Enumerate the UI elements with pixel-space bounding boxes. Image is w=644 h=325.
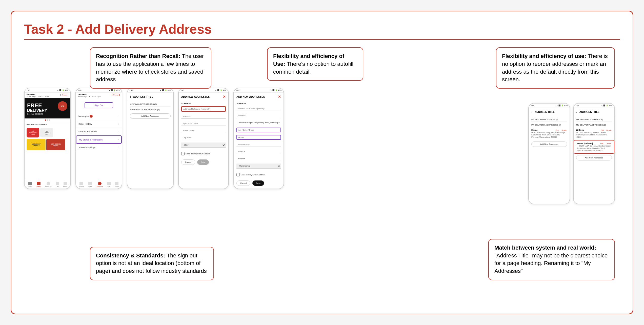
nav2-home[interactable]: Home — [79, 182, 84, 188]
home-default-address-text: H-201 MHADA Colony, Ambedkar Nagar, Kanj… — [577, 145, 611, 152]
phone2-bottom-nav: Home Menu Account Cart — [76, 180, 122, 189]
close-icon-2[interactable]: ✕ — [278, 95, 281, 99]
address-field[interactable] — [181, 114, 226, 119]
specials-item-1: WEDNESDAYSPECIALS — [27, 139, 46, 150]
account-icon-2 — [98, 182, 102, 185]
phone-1-home: 1:48 ▲ ⬛ 🔋 46% DELIVERY Viman Nagar... •… — [24, 88, 71, 189]
back-arrow-icon-3[interactable]: ‹ — [531, 110, 533, 114]
state-select-2[interactable]: Maharashtra — [236, 164, 281, 169]
edit-link[interactable]: Edit — [556, 129, 559, 131]
sign-out-button[interactable]: Sign Out — [85, 102, 113, 108]
nav2-menu[interactable]: Menu — [88, 182, 92, 188]
nav-account[interactable]: Account — [45, 182, 51, 188]
phone4-form-btns: Cancel Save — [179, 157, 228, 167]
phone5-form-btns: Cancel Save — [234, 178, 284, 188]
bubble-bottom-left-bold: Consistency & Standards: — [96, 252, 165, 259]
specials-item-2: NEW CHICKENROLLS — [46, 139, 65, 150]
phone2-delivery-header: DELIVERY Viman Nagar... • 1:45 - 2:15pm … — [76, 93, 122, 98]
menu-account-settings-label: Account Settings — [78, 146, 96, 149]
phone5-default-checkbox-row: Make this my default address — [234, 172, 284, 177]
chevron-right-icon-3: › — [118, 130, 119, 133]
edit-link-college[interactable]: Edit — [600, 129, 604, 131]
cart-icon-2 — [107, 182, 111, 185]
phone7-address-home-default: Home (Default) Edit Delete H-201 MHADA C… — [574, 140, 614, 154]
cancel-button[interactable]: Cancel — [181, 159, 195, 165]
city-field-2[interactable] — [236, 156, 281, 161]
address-name-college: College — [576, 129, 585, 131]
content-area: Recognition Rather than Recall: The user… — [24, 47, 620, 288]
home-icon-2 — [79, 182, 83, 185]
address-name-home-default: Home (Default) — [577, 142, 593, 145]
phone2-time: 1:48 — [78, 89, 82, 91]
save-button-2[interactable]: Save — [252, 180, 264, 186]
delete-link-college[interactable]: Delete — [606, 129, 612, 131]
phone1-change-btn[interactable]: Change — [61, 94, 68, 96]
close-icon[interactable]: ✕ — [223, 95, 226, 99]
phone3-title-header: ‹ ADDRESS TITLE — [127, 93, 173, 101]
menu-order-history-label: Order History — [78, 123, 92, 125]
postal-field[interactable] — [181, 128, 226, 133]
state-select[interactable]: State* — [181, 143, 226, 148]
apt-field[interactable] — [181, 121, 226, 126]
phones-row: 1:48 ▲ ⬛ 🔋 46% DELIVERY Viman Nagar... •… — [24, 88, 284, 189]
phone5-time: 1:49 — [236, 89, 239, 91]
address-actions-home-default: Edit Delete — [600, 143, 611, 145]
bubble-top-left: Recognition Rather than Recall: The user… — [90, 47, 211, 89]
menu-order-history[interactable]: Order History › — [76, 120, 122, 128]
address-field-2[interactable] — [236, 113, 281, 118]
phone6-title-header: ‹ ADDRESS TITLE — [529, 108, 570, 116]
phone3-add-new-btn[interactable]: Add New Addresses — [130, 113, 171, 119]
menu-messages[interactable]: Messages 1 › — [76, 112, 122, 120]
menu-favorite-menu[interactable]: My Favorite Menu › — [76, 128, 122, 135]
back-arrow-icon[interactable]: ‹ — [130, 95, 131, 99]
postal-field-2[interactable] — [236, 142, 281, 147]
apt-field-2[interactable] — [236, 128, 281, 132]
nav2-cart[interactable]: Cart — [107, 182, 111, 188]
cart-icon — [56, 182, 59, 185]
phone3-signals: ▲ ⬛ 🔋 46% — [160, 89, 171, 91]
postal-value-field[interactable] — [236, 149, 281, 154]
nickname-field[interactable] — [181, 106, 226, 112]
delete-link[interactable]: Delete — [561, 129, 567, 131]
phone6-time: 1:48 — [531, 105, 534, 107]
phone2-change-btn[interactable]: Change — [112, 94, 120, 96]
apt-value-field[interactable] — [236, 135, 281, 140]
phone7-title-header: ‹ ADDRESS TITLE — [574, 108, 614, 116]
menu-stores-addresses[interactable]: My Stores & Addresses › — [76, 135, 122, 144]
nickname-field-2[interactable] — [236, 106, 281, 111]
default-checkbox[interactable] — [181, 152, 185, 155]
menu-account-settings[interactable]: Account Settings › — [76, 144, 122, 151]
phone7-delivery-label: MY DELIVERY ADDRESSES (2) — [574, 122, 614, 127]
bubble-top-center-text: There's no option to autofill common det… — [273, 61, 353, 75]
phone5-header-label: ADD NEW ADDRESSES — [236, 95, 265, 98]
phone6-add-new-btn[interactable]: Add New Addresses — [531, 141, 567, 147]
more-icon-2 — [115, 182, 118, 185]
phone1-delivery-label: DELIVERY — [27, 94, 49, 95]
nav-more[interactable]: More — [63, 182, 67, 188]
nav2-account[interactable]: Account — [96, 182, 103, 188]
nav-menu[interactable]: Menu — [36, 182, 41, 188]
bubble-top-right-bold: Flexibility and efficiency of use: — [502, 53, 586, 59]
default-checkbox-label-2: Make this my default address — [241, 174, 266, 176]
phone5-form: Maharashtra — [234, 105, 284, 172]
city-field[interactable] — [181, 135, 226, 140]
menu-favorite-label: My Favorite Menu — [78, 130, 97, 133]
save-button[interactable]: Save — [197, 159, 209, 165]
nav-home[interactable]: Home — [28, 182, 32, 188]
cancel-button-2[interactable]: Cancel — [236, 180, 250, 186]
nav-cart[interactable]: Cart — [56, 182, 59, 188]
phone-5-add-form-filled: 1:49 ▲ ⬛ 🔋 46% ADD NEW ADDRESSES ✕ ADDRE… — [233, 88, 284, 189]
phone1-browse-label: BROWSE CATEGORIES — [25, 122, 70, 127]
delete-link-home[interactable]: Delete — [606, 143, 611, 145]
phone7-add-new-btn[interactable]: Add New Addresses — [576, 155, 612, 160]
phone3-status-bar: 1:48 ▲ ⬛ 🔋 46% — [127, 88, 173, 93]
college-address-text: MIT ADT University Solapur - Pune Highwa… — [576, 131, 612, 138]
phone-6-one-address: 1:48 ▲ ⬛ 🔋 46% ‹ ADDRESS TITLE MY FAVOUR… — [528, 103, 570, 204]
edit-link-home[interactable]: Edit — [600, 143, 603, 145]
back-arrow-icon-4[interactable]: ‹ — [576, 110, 577, 114]
address-line2-field[interactable] — [236, 120, 281, 125]
bubble-bottom-right-bold: Match between system and real world: — [494, 245, 596, 251]
nav2-more[interactable]: More — [115, 182, 119, 188]
phone3-delivery-label: MY DELIVERY ADDRESSES (0) — [127, 107, 173, 112]
default-checkbox-2[interactable] — [236, 173, 240, 176]
